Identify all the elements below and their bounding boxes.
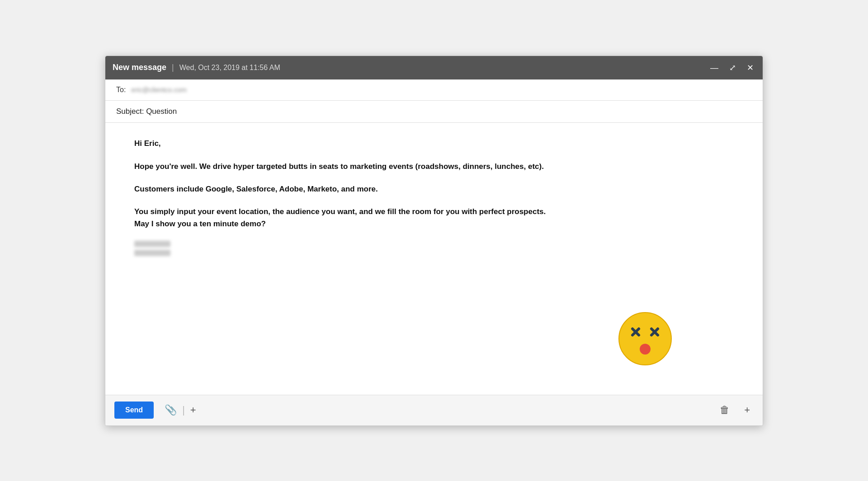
sig-line-1 — [134, 241, 170, 247]
delete-button[interactable]: 🗑 — [716, 402, 733, 418]
more-button[interactable]: + — [741, 402, 754, 418]
title-bar: New message | Wed, Oct 23, 2019 at 11:56… — [105, 56, 763, 79]
body-greeting: Hi Eric, — [134, 139, 734, 148]
to-row: To: eric@clientco.com — [105, 79, 763, 101]
body-area[interactable]: Hi Eric, Hope you're well. We drive hype… — [105, 123, 763, 395]
toolbar-divider-1: | — [180, 404, 187, 416]
subject-text[interactable]: Subject: Question — [116, 107, 177, 116]
svg-point-5 — [640, 344, 651, 355]
title-bar-controls: — ⤢ ✕ — [708, 63, 755, 73]
svg-point-0 — [619, 313, 671, 365]
body-para-1: Hope you're well. We drive hyper targete… — [134, 161, 734, 173]
to-label: To: — [116, 86, 126, 94]
close-button[interactable]: ✕ — [745, 63, 755, 73]
compose-datetime: Wed, Oct 23, 2019 at 11:56 AM — [179, 64, 280, 72]
restore-button[interactable]: ⤢ — [727, 63, 738, 73]
subject-row: Subject: Question — [105, 101, 763, 123]
toolbar-right: 🗑 + — [716, 402, 754, 418]
sig-line-2 — [134, 250, 170, 256]
dizzy-face-emoji — [618, 312, 672, 366]
emoji-container — [618, 312, 672, 368]
to-address[interactable]: eric@clientco.com — [131, 86, 187, 93]
add-button[interactable]: + — [187, 402, 200, 418]
minimize-button[interactable]: — — [708, 63, 720, 73]
signature-block — [134, 241, 734, 256]
title-separator: | — [172, 63, 174, 72]
compose-toolbar: Send 📎 | + 🗑 + — [105, 395, 763, 425]
send-button[interactable]: Send — [114, 402, 154, 419]
body-para-2: Customers include Google, Salesforce, Ad… — [134, 183, 734, 195]
compose-window: New message | Wed, Oct 23, 2019 at 11:56… — [105, 56, 763, 426]
title-bar-left: New message | Wed, Oct 23, 2019 at 11:56… — [113, 63, 708, 72]
compose-title: New message — [113, 63, 166, 72]
body-para-3: You simply input your event location, th… — [134, 206, 734, 230]
attach-button[interactable]: 📎 — [161, 402, 180, 418]
